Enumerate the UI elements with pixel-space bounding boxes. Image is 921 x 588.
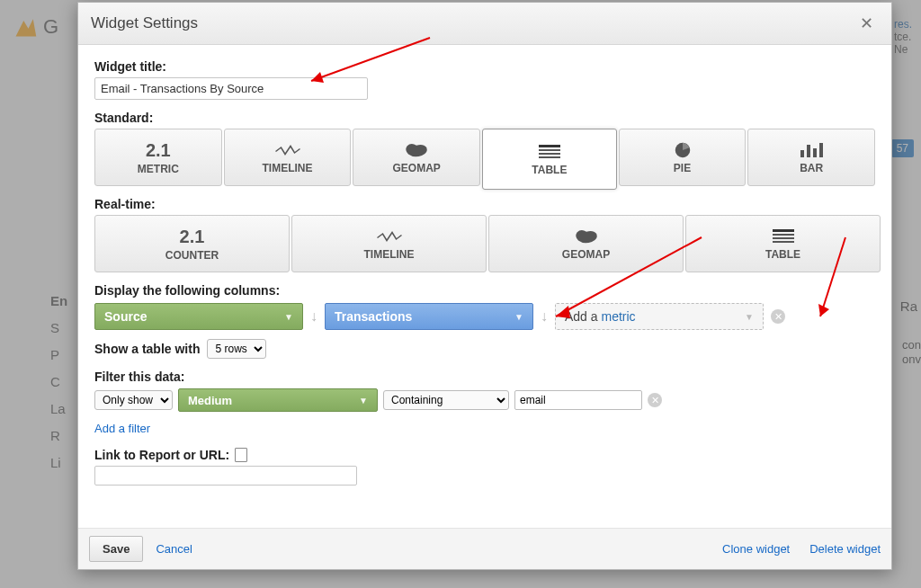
link-report-label: Link to Report or URL: — [94, 448, 875, 462]
save-button[interactable]: Save — [89, 536, 143, 562]
svg-rect-7 — [807, 145, 810, 157]
chevron-down-icon: ▼ — [745, 312, 754, 322]
pie-icon — [669, 140, 696, 160]
svg-rect-6 — [800, 150, 804, 157]
tile-bar[interactable]: BAR — [747, 129, 875, 186]
svg-rect-4 — [539, 156, 560, 158]
columns-row: Source▼ ↓ Transactions▼ ↓ Add a metric ▼… — [94, 303, 875, 330]
filter-row: Only show Medium▼ Containing ✕ — [94, 388, 875, 412]
tile-pie[interactable]: PIE — [619, 129, 747, 186]
tile-rt-counter[interactable]: 2.1 COUNTER — [94, 215, 290, 272]
tile-geomap[interactable]: GEOMAP — [353, 129, 480, 186]
table-icon — [770, 227, 797, 246]
link-report-input[interactable] — [94, 466, 357, 486]
chevron-down-icon: ▼ — [514, 312, 523, 322]
filter-dimension-dropdown[interactable]: Medium▼ — [178, 388, 378, 412]
close-icon[interactable]: ✕ — [854, 12, 879, 35]
tile-rt-geomap[interactable]: GEOMAP — [488, 215, 684, 272]
svg-rect-11 — [773, 234, 794, 236]
tile-table[interactable]: TABLE — [482, 129, 617, 190]
filter-label: Filter this data: — [94, 370, 875, 384]
metric-dropdown[interactable]: Transactions▼ — [325, 303, 533, 330]
standard-tile-row: 2.1 METRIC TIMELINE GEOMAP TABLE PIE — [94, 129, 875, 190]
sort-arrow-icon[interactable]: ↓ — [541, 308, 548, 325]
realtime-tile-row: 2.1 COUNTER TIMELINE GEOMAP TABLE — [94, 215, 875, 272]
svg-rect-13 — [773, 241, 794, 243]
add-metric-dropdown[interactable]: Add a metric ▼ — [555, 303, 764, 330]
dimension-dropdown[interactable]: Source▼ — [94, 303, 303, 330]
geomap-icon — [403, 140, 430, 160]
tile-rt-table[interactable]: TABLE — [685, 215, 881, 272]
geomap-icon — [573, 227, 600, 246]
remove-column-icon[interactable]: ✕ — [771, 309, 785, 324]
sort-arrow-icon[interactable]: ↓ — [310, 308, 317, 325]
svg-rect-12 — [773, 237, 794, 239]
table-icon — [536, 142, 563, 162]
widget-title-input[interactable] — [94, 77, 368, 100]
tile-rt-timeline[interactable]: TIMELINE — [291, 215, 487, 272]
svg-rect-10 — [773, 229, 794, 232]
timeline-icon — [274, 140, 301, 160]
dialog-title: Widget Settings — [91, 14, 198, 32]
delete-widget-link[interactable]: Delete widget — [809, 542, 881, 556]
filter-mode-select[interactable]: Only show — [94, 390, 173, 410]
widget-settings-dialog: Widget Settings ✕ Widget title: Standard… — [77, 2, 892, 570]
svg-rect-1 — [539, 145, 560, 147]
bar-icon — [798, 140, 825, 160]
chevron-down-icon: ▼ — [359, 396, 368, 405]
svg-rect-3 — [539, 153, 560, 155]
show-rows-label: Show a table with — [94, 342, 200, 356]
rows-select[interactable]: 5 rows — [207, 339, 266, 359]
standard-label: Standard: — [94, 111, 875, 125]
svg-rect-8 — [813, 148, 817, 157]
add-filter-link[interactable]: Add a filter — [94, 422, 150, 435]
svg-rect-9 — [819, 143, 823, 157]
filter-value-input[interactable] — [514, 390, 642, 410]
chevron-down-icon: ▼ — [284, 312, 293, 322]
tile-timeline[interactable]: TIMELINE — [224, 129, 352, 186]
dialog-footer: Save Cancel Clone widget Delete widget — [78, 528, 891, 569]
widget-title-label: Widget title: — [94, 59, 875, 74]
filter-match-select[interactable]: Containing — [383, 390, 509, 410]
cancel-link[interactable]: Cancel — [156, 542, 192, 556]
columns-label: Display the following columns: — [94, 283, 875, 298]
page-icon — [235, 448, 247, 462]
tile-metric[interactable]: 2.1 METRIC — [94, 129, 222, 186]
clone-widget-link[interactable]: Clone widget — [722, 542, 790, 556]
realtime-label: Real-time: — [94, 197, 875, 211]
dialog-header: Widget Settings ✕ — [78, 3, 891, 45]
remove-filter-icon[interactable]: ✕ — [648, 393, 662, 407]
svg-rect-2 — [539, 149, 560, 151]
timeline-icon — [376, 227, 403, 246]
